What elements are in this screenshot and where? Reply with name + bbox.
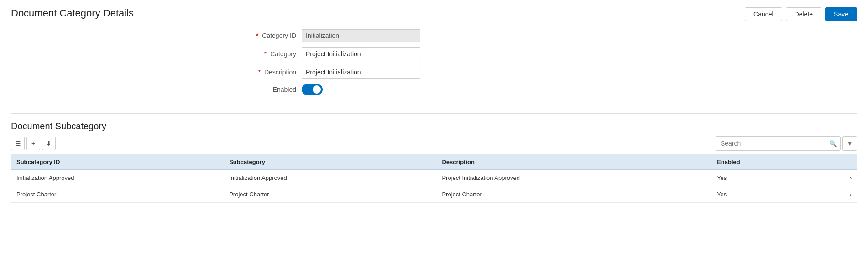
subcategory-section: Document Subcategory ☰ + ⬇ 🔍 (11, 121, 857, 203)
search-input[interactable] (716, 137, 826, 149)
table-row[interactable]: Project Charter Project Charter Project … (11, 186, 857, 203)
filter-icon: ▼ (847, 140, 852, 147)
required-star-3: * (258, 69, 261, 76)
description-label: * Description (229, 69, 302, 76)
search-button[interactable]: 🔍 (826, 137, 840, 150)
delete-button[interactable]: Delete (786, 7, 821, 21)
cell-description: Project Charter (436, 186, 711, 203)
form-section: * Category ID * Category * Description E… (229, 25, 639, 110)
cell-subcategory-id: Project Charter (11, 186, 224, 203)
category-row: * Category (229, 47, 639, 60)
category-id-label: * Category ID (229, 32, 302, 39)
description-row: * Description (229, 66, 639, 79)
table-body: Initialization Approved Initialization A… (11, 170, 857, 203)
add-row-button[interactable]: + (26, 137, 40, 150)
download-button[interactable]: ⬇ (42, 137, 56, 150)
subcategory-toolbar: ☰ + ⬇ 🔍 ▼ (11, 136, 857, 151)
description-input[interactable] (302, 66, 420, 79)
subcategory-table: Subcategory ID Subcategory Description E… (11, 154, 857, 203)
search-box: 🔍 (716, 136, 841, 151)
section-divider (11, 113, 857, 114)
enabled-row: Enabled (229, 84, 639, 95)
header-buttons: Cancel Delete Save (745, 7, 857, 21)
toggle-slider (302, 84, 323, 95)
toolbar-right: 🔍 ▼ (716, 136, 857, 151)
filter-button[interactable]: ▼ (842, 136, 857, 151)
list-view-button[interactable]: ☰ (11, 137, 25, 150)
list-icon: ☰ (15, 140, 21, 147)
cell-subcategory[interactable]: Project Charter (224, 186, 436, 203)
category-id-input[interactable] (302, 29, 420, 42)
enabled-label: Enabled (229, 86, 302, 93)
cancel-button[interactable]: Cancel (745, 7, 782, 21)
required-star-2: * (264, 50, 267, 58)
table-row[interactable]: Initialization Approved Initialization A… (11, 170, 857, 186)
category-id-row: * Category ID (229, 29, 639, 42)
required-star: * (256, 32, 258, 39)
download-icon: ⬇ (46, 140, 52, 147)
col-header-subcategory: Subcategory (224, 154, 436, 170)
col-header-action (817, 154, 857, 170)
enabled-toggle[interactable] (302, 84, 323, 95)
table-header: Subcategory ID Subcategory Description E… (11, 154, 857, 170)
cell-chevron[interactable]: › (817, 186, 857, 203)
cell-subcategory-id: Initialization Approved (11, 170, 224, 186)
cell-enabled: Yes (711, 186, 817, 203)
page-title: Document Category Details (11, 7, 134, 19)
toolbar-left: ☰ + ⬇ (11, 137, 56, 150)
cell-description: Project Initialization Approved (436, 170, 711, 186)
category-label: * Category (229, 50, 302, 58)
save-button[interactable]: Save (825, 7, 857, 21)
header-section: Document Category Details Cancel Delete … (11, 7, 857, 21)
subcategory-title: Document Subcategory (11, 121, 857, 132)
cell-subcategory[interactable]: Initialization Approved (224, 170, 436, 186)
search-icon: 🔍 (829, 140, 837, 147)
col-header-subcategory-id: Subcategory ID (11, 154, 224, 170)
cell-enabled: Yes (711, 170, 817, 186)
col-header-enabled: Enabled (711, 154, 817, 170)
cell-chevron[interactable]: › (817, 170, 857, 186)
add-icon: + (31, 140, 35, 147)
col-header-description: Description (436, 154, 711, 170)
category-input[interactable] (302, 47, 420, 60)
